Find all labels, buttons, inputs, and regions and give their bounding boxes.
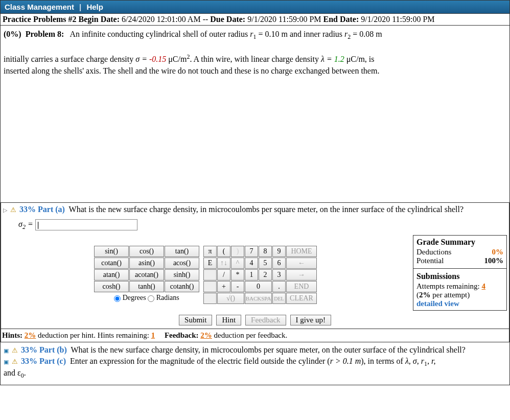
end-label: End Date: xyxy=(323,15,359,24)
end-key[interactable]: END xyxy=(286,281,317,292)
part-a-pct: 33% xyxy=(19,205,36,214)
key-7[interactable]: 7 xyxy=(245,246,258,257)
backspace-key[interactable]: BACKSPA xyxy=(245,293,272,304)
sin-key[interactable]: sin() xyxy=(94,246,129,257)
part-a-header: ▷ ⚠ 33% Part (a) What is the new surface… xyxy=(3,204,507,215)
key-4[interactable]: 4 xyxy=(245,258,258,269)
plus-key[interactable]: + xyxy=(217,281,230,292)
caret-key[interactable]: ^ xyxy=(231,258,244,269)
part-a-label: Part (a) xyxy=(38,205,65,214)
left-key[interactable]: ← xyxy=(286,258,317,269)
del-key[interactable]: DEL xyxy=(272,293,286,304)
problem-pct: (0%) xyxy=(4,30,21,38)
submit-button[interactable]: Submit xyxy=(179,315,212,325)
multiply-key[interactable]: * xyxy=(231,269,244,281)
key-9[interactable]: 9 xyxy=(272,246,286,257)
asin-key[interactable]: asin() xyxy=(129,258,164,269)
degrees-radio[interactable]: Degrees xyxy=(114,294,146,301)
practice-label: Practice Problems #2 Begin Date: xyxy=(3,15,120,24)
end-date: 9/1/2020 11:59:00 PM xyxy=(361,15,434,24)
tan-key[interactable]: tan() xyxy=(165,246,199,257)
giveup-button[interactable]: I give up! xyxy=(290,315,331,325)
tanh-key[interactable]: tanh() xyxy=(129,281,164,292)
right-key[interactable]: → xyxy=(286,269,317,281)
collapse-icon[interactable]: ▣ xyxy=(4,359,9,365)
part-b-header: ▣ ⚠ 33% Part (b) What is the new surface… xyxy=(4,344,506,356)
keypad-area: sin()cos()tan() cotan()asin()acos() atan… xyxy=(3,235,408,305)
e-key[interactable]: E xyxy=(203,258,217,269)
class-management-link[interactable]: Class Management xyxy=(5,3,74,11)
problem-statement: (0%) Problem 8: An infinite conducting c… xyxy=(4,28,506,80)
sinh-key[interactable]: sinh() xyxy=(165,269,199,281)
pi-key[interactable]: π xyxy=(203,246,217,257)
blank-key xyxy=(203,269,217,281)
cotan-key[interactable]: cotan() xyxy=(94,258,129,269)
warning-icon: ⚠ xyxy=(12,346,18,354)
number-pad: π ( ) 7 8 9 HOME E ↑↓ ^ 4 xyxy=(203,245,317,305)
begin-date: 6/24/2020 12:01:00 AM xyxy=(122,15,201,24)
part-c-header: ▣ ⚠ 33% Part (c) Enter an expression for… xyxy=(4,356,506,380)
expand-icon[interactable]: ▷ xyxy=(3,207,7,213)
hints-row: Hints: 2% deduction per hint. Hints rema… xyxy=(1,329,509,342)
hint-button[interactable]: Hint xyxy=(216,315,241,325)
dot-key[interactable]: . xyxy=(272,281,286,292)
key-0[interactable]: 0 xyxy=(245,281,272,292)
cos-key[interactable]: cos() xyxy=(129,246,164,257)
atan-key[interactable]: atan() xyxy=(94,269,129,281)
key-5[interactable]: 5 xyxy=(259,258,272,269)
acotan-key[interactable]: acotan() xyxy=(129,269,164,281)
main-box: (0%) Problem 8: An infinite conducting c… xyxy=(0,25,510,385)
help-link[interactable]: Help xyxy=(86,3,103,11)
cosh-key[interactable]: cosh() xyxy=(94,281,129,292)
blank-key3 xyxy=(203,293,217,304)
lparen-key[interactable]: ( xyxy=(217,246,230,257)
answer-row: σ2 = xyxy=(3,215,507,233)
home-key[interactable]: HOME xyxy=(286,246,317,257)
header-bar: Class Management | Help xyxy=(0,0,510,14)
collapse-icon[interactable]: ▣ xyxy=(4,347,9,354)
detailed-view-link[interactable]: detailed view xyxy=(416,299,503,308)
minus-key[interactable]: - xyxy=(231,281,244,292)
problem-name: Problem 8: xyxy=(26,30,64,38)
radians-radio[interactable]: Radians xyxy=(148,294,179,301)
cotanh-key[interactable]: cotanh() xyxy=(165,281,199,292)
divide-key[interactable]: / xyxy=(217,269,230,281)
function-pad: sin()cos()tan() cotan()asin()acos() atan… xyxy=(94,245,200,302)
acos-key[interactable]: acos() xyxy=(165,258,199,269)
grade-title: Grade Summary xyxy=(416,238,503,247)
separator: | xyxy=(79,3,81,11)
warning-icon: ⚠ xyxy=(12,358,18,365)
due-label: Due Date: xyxy=(210,15,245,24)
angle-mode: Degrees Radians xyxy=(94,293,200,302)
blank-key2 xyxy=(203,281,217,292)
feedback-button: Feedback xyxy=(245,315,286,325)
part-a-box: ▷ ⚠ 33% Part (a) What is the new surface… xyxy=(1,202,509,342)
date-row: Practice Problems #2 Begin Date: 6/24/20… xyxy=(0,14,510,25)
key-3[interactable]: 3 xyxy=(272,269,286,281)
key-1[interactable]: 1 xyxy=(245,269,258,281)
action-row: Submit Hint Feedback I give up! xyxy=(3,312,507,326)
key-8[interactable]: 8 xyxy=(259,246,272,257)
warning-icon: ⚠ xyxy=(10,206,16,214)
clear-key[interactable]: CLEAR xyxy=(286,293,317,304)
answer-input[interactable] xyxy=(35,219,137,230)
spacer xyxy=(4,80,506,202)
sqrt-key[interactable]: √() xyxy=(217,293,244,304)
key-2[interactable]: 2 xyxy=(259,269,272,281)
updown-key[interactable]: ↑↓ xyxy=(217,258,230,269)
grade-summary: Grade Summary Deductions0% Potential100%… xyxy=(413,235,507,311)
rparen-key[interactable]: ) xyxy=(231,246,244,257)
submissions-title: Submissions xyxy=(416,272,503,281)
due-date: 9/1/2020 11:59:00 PM xyxy=(247,15,321,24)
key-6[interactable]: 6 xyxy=(272,258,286,269)
part-a-question: What is the new surface charge density, … xyxy=(69,205,463,214)
